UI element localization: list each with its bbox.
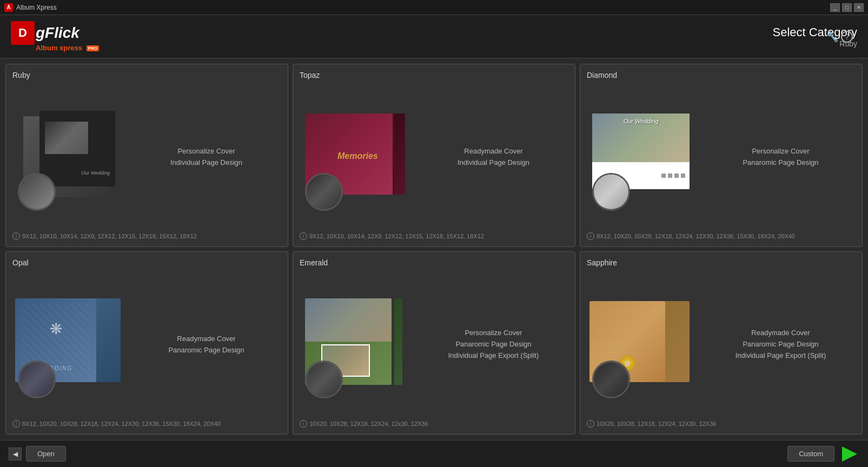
help-icon[interactable]: ?: [841, 31, 853, 43]
diamond-photo: Our Wedding: [592, 114, 690, 162]
ruby-book-front: Our Wedding: [39, 111, 115, 186]
logo-subtitle: Album xpress PRO: [36, 44, 99, 52]
diamond-title: Diamond: [587, 71, 856, 79]
emerald-sizes: i 10X20, 10X28, 12X18, 12X24, 12x30, 12X…: [300, 420, 568, 428]
diamond-sizes: i 8X12, 10X20, 10X28, 12X18, 12X24, 12X3…: [587, 232, 856, 240]
app-icon: A: [4, 3, 13, 12]
diamond-feature-1: Personalize Cover: [706, 147, 856, 155]
sidebar-toggle-button[interactable]: ◀: [9, 448, 22, 461]
footer: ◀ Open Custom: [0, 440, 868, 467]
sapphire-preview: ✿: [587, 296, 695, 393]
opal-emblem: ❋: [50, 320, 62, 338]
emerald-thumb-bg: [307, 362, 341, 397]
ruby-title: Ruby: [12, 71, 281, 79]
topaz-preview: Memories: [300, 108, 408, 205]
diamond-dot-4: [681, 174, 685, 178]
sapphire-sizes-text: 10X20, 10X28, 12X18, 12X24, 12X30, 12X36: [597, 421, 716, 427]
topaz-thumb: [305, 173, 343, 211]
opal-preview: ❋ WEDDING: [12, 296, 121, 393]
ruby-content: Our Wedding Personalize Cover Individual…: [12, 84, 281, 229]
logo-d-letter: D: [11, 21, 35, 45]
ruby-photo: [45, 122, 88, 154]
topaz-thumb-bg: [307, 175, 341, 209]
emerald-feature-1: Personalize Cover: [419, 329, 568, 337]
topaz-content: Memories Readymade Cover Individual Page…: [300, 84, 568, 229]
logo-dg: D gFlick: [11, 21, 99, 45]
svg-marker-0: [842, 446, 857, 462]
category-ruby[interactable]: Ruby Our Wedding Personalize Cover Indiv…: [5, 64, 288, 247]
emerald-photo-top: [305, 298, 392, 342]
opal-feature-2: Panaromic Page Design: [131, 346, 281, 354]
category-sapphire[interactable]: Sapphire ✿ Readymade Cover Panaromic Pag…: [580, 251, 863, 435]
emerald-features: Personalize Cover Panaromic Page Design …: [408, 329, 568, 359]
window-controls[interactable]: _ □ ✕: [830, 3, 864, 12]
categories-grid: Ruby Our Wedding Personalize Cover Indiv…: [0, 58, 868, 440]
opal-info-icon: i: [12, 420, 20, 428]
opal-thumb-bg: [19, 362, 54, 397]
titlebar-title: Album Xpress: [16, 4, 830, 11]
sapphire-title: Sapphire: [587, 258, 856, 267]
maximize-button[interactable]: □: [842, 3, 852, 12]
sapphire-sizes: i 10X20, 10X28, 12X18, 12X24, 12X30, 12X…: [587, 420, 856, 428]
footer-left: ◀ Open: [9, 446, 66, 462]
emerald-info-icon: i: [300, 420, 307, 428]
emerald-feature-2: Panaromic Page Design: [419, 340, 568, 348]
wrench-icon[interactable]: 🔧: [826, 31, 838, 43]
minimize-button[interactable]: _: [830, 3, 840, 12]
next-arrow-button[interactable]: [840, 444, 859, 464]
ruby-thumb: [18, 173, 56, 211]
ruby-book-text: Our Wedding: [81, 170, 110, 176]
opal-thumb: [18, 361, 56, 398]
logo-album-text: Album: [36, 44, 57, 52]
sapphire-features: Readymade Cover Panaromic Page Design In…: [695, 329, 856, 359]
logo: D gFlick Album xpress PRO: [11, 21, 99, 52]
opal-feature-1: Readymade Cover: [131, 335, 281, 343]
topaz-sizes-text: 9X12, 10X10, 10X14, 12X9, 12X12, 12X15, …: [309, 233, 484, 239]
sapphire-thumb: [592, 361, 630, 398]
titlebar: A Album Xpress _ □ ✕: [0, 0, 868, 15]
sapphire-info-icon: i: [587, 420, 594, 428]
diamond-sizes-text: 8X12, 10X20, 10X28, 12X18, 12X24, 12X30,…: [597, 233, 795, 239]
header: D gFlick Album xpress PRO Select Categor…: [0, 15, 868, 58]
emerald-sizes-text: 10X20, 10X28, 12X18, 12X24, 12x30, 12X36: [309, 421, 428, 427]
topaz-features: Readymade Cover Individual Page Design: [408, 147, 568, 166]
emerald-thumb: [305, 361, 343, 398]
ruby-sizes: i 9X12, 10X10, 10X14, 12X9, 12X12, 12X15…: [12, 232, 281, 240]
topaz-info-icon: i: [300, 232, 307, 240]
opal-title: Opal: [12, 258, 281, 267]
emerald-title: Emerald: [300, 258, 568, 267]
category-opal[interactable]: Opal ❋ WEDDING Readymade Cover Panaromic…: [5, 251, 288, 435]
category-diamond[interactable]: Diamond Our Wedding: [580, 64, 863, 247]
ruby-features: Personalize Cover Individual Page Design: [121, 147, 281, 166]
sapphire-feature-2: Panaromic Page Design: [706, 340, 856, 348]
open-button[interactable]: Open: [26, 446, 66, 462]
ruby-sizes-text: 9X12, 10X10, 10X14, 12X9, 12X12, 12X15, …: [22, 233, 197, 239]
category-topaz[interactable]: Topaz Memories Readymade Cover Individua…: [293, 64, 575, 247]
diamond-preview: Our Wedding: [587, 108, 695, 205]
diamond-dot-2: [668, 174, 672, 178]
topaz-feature-1: Readymade Cover: [419, 147, 568, 155]
logo-gflick: gFlick: [36, 24, 79, 42]
close-button[interactable]: ✕: [854, 3, 864, 12]
sapphire-content: ✿ Readymade Cover Panaromic Page Design …: [587, 271, 856, 417]
opal-sizes-text: 8X12, 10X20, 10X28, 12X18, 12X24, 12X30,…: [22, 421, 221, 427]
opal-sizes: i 8X12, 10X20, 10X28, 12X18, 12X24, 12X3…: [12, 420, 281, 428]
ruby-feature-1: Personalize Cover: [131, 147, 281, 155]
ruby-info-icon: i: [12, 232, 20, 240]
diamond-content: Our Wedding Personalize Cover Panaromic …: [587, 84, 856, 229]
topaz-sizes: i 9X12, 10X10, 10X14, 12X9, 12X12, 12X15…: [300, 232, 568, 240]
diamond-dot-1: [661, 174, 666, 178]
ruby-feature-2: Individual Page Design: [131, 158, 281, 166]
ruby-preview: Our Wedding: [12, 108, 121, 205]
custom-button[interactable]: Custom: [787, 446, 834, 462]
sidebar-toggle-icon: ◀: [13, 450, 18, 458]
diamond-thumb-bg: [594, 175, 628, 209]
category-emerald[interactable]: Emerald Personalize Cover Panaromic Page…: [293, 251, 575, 435]
topaz-feature-2: Individual Page Design: [419, 158, 568, 166]
diamond-info-icon: i: [587, 232, 594, 240]
emerald-preview: [300, 296, 408, 393]
diamond-dot-3: [674, 174, 679, 178]
diamond-thumb: [592, 173, 630, 211]
topaz-spine: [394, 114, 405, 195]
diamond-feature-2: Panaromic Page Design: [706, 158, 856, 166]
